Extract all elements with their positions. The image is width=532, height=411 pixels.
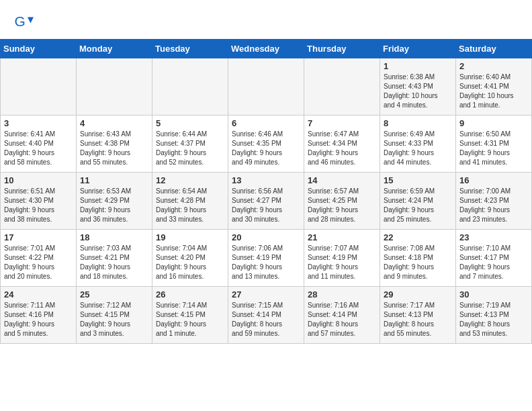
day-number: 29 <box>384 289 452 300</box>
calendar-cell: 30Sunrise: 7:19 AM Sunset: 4:13 PM Dayli… <box>456 287 532 344</box>
calendar-week-row: 1Sunrise: 6:38 AM Sunset: 4:43 PM Daylig… <box>1 58 532 116</box>
day-info: Sunrise: 6:43 AM Sunset: 4:38 PM Dayligh… <box>80 130 148 167</box>
calendar-cell: 6Sunrise: 6:46 AM Sunset: 4:35 PM Daylig… <box>228 116 304 173</box>
day-info: Sunrise: 7:04 AM Sunset: 4:20 PM Dayligh… <box>156 244 224 281</box>
day-info: Sunrise: 7:08 AM Sunset: 4:18 PM Dayligh… <box>384 244 452 281</box>
day-header-friday: Friday <box>380 40 456 58</box>
day-info: Sunrise: 6:50 AM Sunset: 4:31 PM Dayligh… <box>459 130 528 167</box>
day-info: Sunrise: 6:47 AM Sunset: 4:34 PM Dayligh… <box>308 130 376 167</box>
day-info: Sunrise: 6:57 AM Sunset: 4:25 PM Dayligh… <box>308 187 376 224</box>
day-info: Sunrise: 7:03 AM Sunset: 4:21 PM Dayligh… <box>80 244 148 281</box>
calendar-cell <box>228 58 304 116</box>
day-number: 27 <box>232 289 300 300</box>
day-header-tuesday: Tuesday <box>152 40 228 58</box>
page-header: G <box>0 0 532 39</box>
calendar-cell <box>304 58 380 116</box>
calendar-cell: 10Sunrise: 6:51 AM Sunset: 4:30 PM Dayli… <box>1 173 77 230</box>
logo: G <box>13 12 36 32</box>
day-info: Sunrise: 6:53 AM Sunset: 4:29 PM Dayligh… <box>80 187 148 224</box>
day-header-thursday: Thursday <box>304 40 380 58</box>
calendar-cell: 9Sunrise: 6:50 AM Sunset: 4:31 PM Daylig… <box>456 116 532 173</box>
day-header-monday: Monday <box>77 40 152 58</box>
day-number: 19 <box>156 232 224 242</box>
calendar-cell: 11Sunrise: 6:53 AM Sunset: 4:29 PM Dayli… <box>77 173 152 230</box>
calendar-cell: 15Sunrise: 6:59 AM Sunset: 4:24 PM Dayli… <box>380 173 456 230</box>
calendar-cell <box>152 58 228 116</box>
day-number: 1 <box>384 61 452 71</box>
day-info: Sunrise: 7:10 AM Sunset: 4:17 PM Dayligh… <box>459 244 528 281</box>
calendar-cell: 12Sunrise: 6:54 AM Sunset: 4:28 PM Dayli… <box>152 173 228 230</box>
calendar-cell: 3Sunrise: 6:41 AM Sunset: 4:40 PM Daylig… <box>1 116 77 173</box>
calendar-week-row: 24Sunrise: 7:11 AM Sunset: 4:16 PM Dayli… <box>1 287 532 344</box>
day-info: Sunrise: 6:40 AM Sunset: 4:41 PM Dayligh… <box>459 73 528 110</box>
day-number: 25 <box>80 289 148 300</box>
day-number: 8 <box>384 118 452 128</box>
day-info: Sunrise: 7:00 AM Sunset: 4:23 PM Dayligh… <box>459 187 528 224</box>
day-number: 20 <box>232 232 300 242</box>
day-header-saturday: Saturday <box>456 40 532 58</box>
day-number: 10 <box>4 175 73 185</box>
day-info: Sunrise: 6:54 AM Sunset: 4:28 PM Dayligh… <box>156 187 224 224</box>
day-info: Sunrise: 7:19 AM Sunset: 4:13 PM Dayligh… <box>459 301 528 338</box>
day-info: Sunrise: 6:46 AM Sunset: 4:35 PM Dayligh… <box>232 130 300 167</box>
day-info: Sunrise: 7:11 AM Sunset: 4:16 PM Dayligh… <box>4 301 73 338</box>
day-info: Sunrise: 6:38 AM Sunset: 4:43 PM Dayligh… <box>384 73 452 110</box>
day-info: Sunrise: 7:12 AM Sunset: 4:15 PM Dayligh… <box>80 301 148 338</box>
calendar-cell: 27Sunrise: 7:15 AM Sunset: 4:14 PM Dayli… <box>228 287 304 344</box>
day-number: 12 <box>156 175 224 185</box>
calendar-cell: 18Sunrise: 7:03 AM Sunset: 4:21 PM Dayli… <box>77 230 152 287</box>
calendar-cell: 19Sunrise: 7:04 AM Sunset: 4:20 PM Dayli… <box>152 230 228 287</box>
calendar-table: SundayMondayTuesdayWednesdayThursdayFrid… <box>0 39 532 344</box>
calendar-cell: 1Sunrise: 6:38 AM Sunset: 4:43 PM Daylig… <box>380 58 456 116</box>
day-number: 7 <box>308 118 376 128</box>
day-number: 3 <box>4 118 73 128</box>
day-number: 6 <box>232 118 300 128</box>
calendar-cell: 20Sunrise: 7:06 AM Sunset: 4:19 PM Dayli… <box>228 230 304 287</box>
day-header-wednesday: Wednesday <box>228 40 304 58</box>
calendar-header-row: SundayMondayTuesdayWednesdayThursdayFrid… <box>1 40 532 58</box>
day-number: 11 <box>80 175 148 185</box>
day-info: Sunrise: 7:01 AM Sunset: 4:22 PM Dayligh… <box>4 244 73 281</box>
calendar-cell: 26Sunrise: 7:14 AM Sunset: 4:15 PM Dayli… <box>152 287 228 344</box>
day-info: Sunrise: 6:41 AM Sunset: 4:40 PM Dayligh… <box>4 130 73 167</box>
calendar-cell: 13Sunrise: 6:56 AM Sunset: 4:27 PM Dayli… <box>228 173 304 230</box>
calendar-cell: 29Sunrise: 7:17 AM Sunset: 4:13 PM Dayli… <box>380 287 456 344</box>
calendar-cell: 14Sunrise: 6:57 AM Sunset: 4:25 PM Dayli… <box>304 173 380 230</box>
day-info: Sunrise: 7:07 AM Sunset: 4:19 PM Dayligh… <box>308 244 376 281</box>
calendar-cell: 17Sunrise: 7:01 AM Sunset: 4:22 PM Dayli… <box>1 230 77 287</box>
calendar-week-row: 17Sunrise: 7:01 AM Sunset: 4:22 PM Dayli… <box>1 230 532 287</box>
calendar-cell: 23Sunrise: 7:10 AM Sunset: 4:17 PM Dayli… <box>456 230 532 287</box>
day-number: 5 <box>156 118 224 128</box>
calendar-cell: 21Sunrise: 7:07 AM Sunset: 4:19 PM Dayli… <box>304 230 380 287</box>
day-info: Sunrise: 6:56 AM Sunset: 4:27 PM Dayligh… <box>232 187 300 224</box>
day-info: Sunrise: 7:15 AM Sunset: 4:14 PM Dayligh… <box>232 301 300 338</box>
calendar-cell: 24Sunrise: 7:11 AM Sunset: 4:16 PM Dayli… <box>1 287 77 344</box>
calendar-week-row: 3Sunrise: 6:41 AM Sunset: 4:40 PM Daylig… <box>1 116 532 173</box>
day-info: Sunrise: 7:17 AM Sunset: 4:13 PM Dayligh… <box>384 301 452 338</box>
day-number: 18 <box>80 232 148 242</box>
calendar-cell: 7Sunrise: 6:47 AM Sunset: 4:34 PM Daylig… <box>304 116 380 173</box>
day-number: 2 <box>459 61 528 71</box>
calendar-cell <box>1 58 77 116</box>
day-info: Sunrise: 7:14 AM Sunset: 4:15 PM Dayligh… <box>156 301 224 338</box>
logo-icon: G <box>13 12 34 32</box>
day-number: 26 <box>156 289 224 300</box>
day-info: Sunrise: 6:44 AM Sunset: 4:37 PM Dayligh… <box>156 130 224 167</box>
calendar-cell: 8Sunrise: 6:49 AM Sunset: 4:33 PM Daylig… <box>380 116 456 173</box>
day-info: Sunrise: 7:06 AM Sunset: 4:19 PM Dayligh… <box>232 244 300 281</box>
day-number: 9 <box>459 118 528 128</box>
day-number: 17 <box>4 232 73 242</box>
day-number: 22 <box>384 232 452 242</box>
day-number: 16 <box>459 175 528 185</box>
day-number: 15 <box>384 175 452 185</box>
day-info: Sunrise: 7:16 AM Sunset: 4:14 PM Dayligh… <box>308 301 376 338</box>
calendar-cell: 28Sunrise: 7:16 AM Sunset: 4:14 PM Dayli… <box>304 287 380 344</box>
calendar-week-row: 10Sunrise: 6:51 AM Sunset: 4:30 PM Dayli… <box>1 173 532 230</box>
day-info: Sunrise: 6:49 AM Sunset: 4:33 PM Dayligh… <box>384 130 452 167</box>
day-number: 21 <box>308 232 376 242</box>
calendar-cell: 25Sunrise: 7:12 AM Sunset: 4:15 PM Dayli… <box>77 287 152 344</box>
svg-marker-1 <box>28 17 34 24</box>
day-number: 14 <box>308 175 376 185</box>
calendar-cell: 5Sunrise: 6:44 AM Sunset: 4:37 PM Daylig… <box>152 116 228 173</box>
day-info: Sunrise: 6:51 AM Sunset: 4:30 PM Dayligh… <box>4 187 73 224</box>
